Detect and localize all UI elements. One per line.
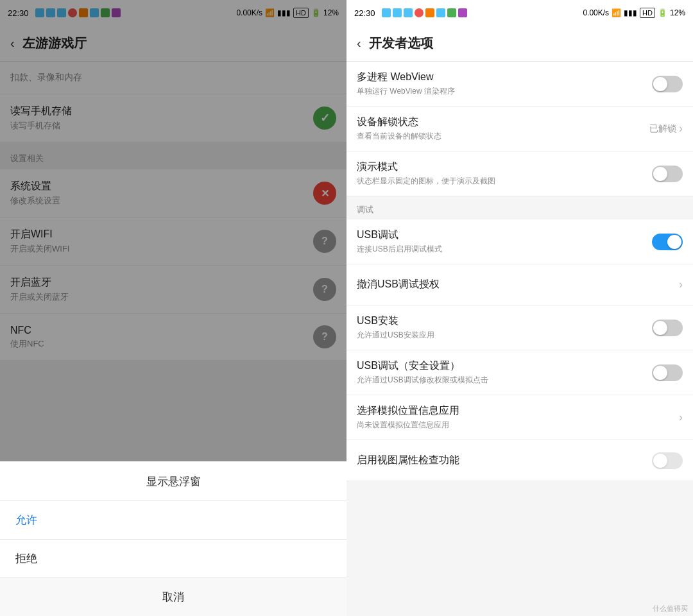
demo-title: 演示模式 xyxy=(357,160,644,174)
modal-option-deny[interactable]: 拒绝 xyxy=(0,540,346,578)
unlock-text: 设备解锁状态 查看当前设备的解锁状态 xyxy=(357,116,642,142)
usb-debug-toggle-thumb xyxy=(667,235,681,249)
item-usb-debug[interactable]: USB调试 连接USB后启用调试模式 xyxy=(346,219,693,264)
mock-loc-chevron: › xyxy=(679,411,683,424)
item-revoke-usb[interactable]: 撤消USB调试授权 › xyxy=(346,264,693,305)
right-status-right: 0.00K/s 📶 ▮▮▮ HD 🔋 12% xyxy=(583,8,685,18)
item-usb-debug-security[interactable]: USB调试（安全设置） 允许通过USB调试修改权限或模拟点击 xyxy=(346,350,693,395)
unlock-value: 已解锁 xyxy=(649,123,676,135)
usb-install-title: USB安装 xyxy=(357,314,644,328)
r-notif-3 xyxy=(404,8,413,17)
r-notif-8 xyxy=(458,8,467,17)
right-status-left: 22:30 xyxy=(354,8,467,18)
item-mock-location[interactable]: 选择模拟位置信息应用 尚未设置模拟位置信息应用 › xyxy=(346,395,693,440)
r-battery-icon: 🔋 xyxy=(658,8,667,17)
webview-toggle[interactable] xyxy=(652,76,683,92)
section-debug: 调试 xyxy=(346,196,693,219)
right-page-title: 开发者选项 xyxy=(369,35,433,52)
right-battery: 12% xyxy=(670,8,685,17)
usb-install-toggle-thumb xyxy=(653,321,667,335)
view-attr-title: 启用视图属性检查功能 xyxy=(357,454,644,467)
usb-install-toggle[interactable] xyxy=(652,320,683,336)
revoke-usb-title: 撤消USB调试授权 xyxy=(357,278,671,291)
watermark: 什么值得买 xyxy=(653,604,688,613)
item-demo[interactable]: 演示模式 状态栏显示固定的图标，便于演示及截图 xyxy=(346,151,693,196)
webview-subtitle: 单独运行 WebView 渲染程序 xyxy=(357,86,644,97)
unlock-title: 设备解锁状态 xyxy=(357,116,642,129)
unlock-chevron: › xyxy=(679,122,683,135)
r-notif-4 xyxy=(415,8,424,17)
modal-overlay: 显示悬浮窗 允许 拒绝 取消 xyxy=(0,0,346,616)
allow-label: 允许 xyxy=(15,514,37,526)
usb-debug-sec-subtitle: 允许通过USB调试修改权限或模拟点击 xyxy=(357,375,644,386)
view-attr-toggle-thumb xyxy=(653,454,667,468)
r-notif-1 xyxy=(382,8,391,17)
right-settings-list: 多进程 WebView 单独运行 WebView 渲染程序 设备解锁状态 查看当… xyxy=(346,62,693,616)
usb-debug-sec-toggle[interactable] xyxy=(652,364,683,381)
r-hd-badge: HD xyxy=(640,8,655,18)
demo-toggle-thumb xyxy=(653,167,667,181)
usb-install-text: USB安装 允许通过USB安装应用 xyxy=(357,314,644,341)
deny-label: 拒绝 xyxy=(15,552,37,565)
webview-title: 多进程 WebView xyxy=(357,71,644,84)
usb-debug-text: USB调试 连接USB后启用调试模式 xyxy=(357,228,644,255)
mock-loc-title: 选择模拟位置信息应用 xyxy=(357,404,671,418)
view-attr-toggle[interactable] xyxy=(652,452,683,469)
modal-option-allow[interactable]: 允许 xyxy=(0,501,346,540)
revoke-usb-text: 撤消USB调试授权 xyxy=(357,278,671,291)
usb-debug-sec-thumb xyxy=(653,366,667,380)
item-unlock[interactable]: 设备解锁状态 查看当前设备的解锁状态 已解锁 › xyxy=(346,107,693,151)
r-notif-5 xyxy=(425,8,434,17)
r-wifi-icon: 📶 xyxy=(612,8,621,17)
modal-title: 显示悬浮窗 xyxy=(0,461,346,501)
right-toolbar: ‹ 开发者选项 xyxy=(346,26,693,62)
usb-debug-toggle[interactable] xyxy=(652,234,683,250)
right-panel: 22:30 0.00K/s 📶 ▮▮▮ HD 🔋 12% ‹ 开发者选项 xyxy=(346,0,693,616)
webview-toggle-thumb xyxy=(653,77,667,91)
demo-subtitle: 状态栏显示固定的图标，便于演示及截图 xyxy=(357,176,644,187)
revoke-usb-chevron: › xyxy=(679,278,683,291)
view-attr-text: 启用视图属性检查功能 xyxy=(357,454,644,467)
mock-loc-subtitle: 尚未设置模拟位置信息应用 xyxy=(357,420,671,431)
r-signal-icon: ▮▮▮ xyxy=(624,8,637,17)
usb-debug-title: USB调试 xyxy=(357,228,644,242)
item-webview[interactable]: 多进程 WebView 单独运行 WebView 渲染程序 xyxy=(346,62,693,107)
mock-loc-text: 选择模拟位置信息应用 尚未设置模拟位置信息应用 xyxy=(357,404,671,431)
r-notif-2 xyxy=(393,8,402,17)
right-network-speed: 0.00K/s xyxy=(583,8,609,17)
item-view-attr[interactable]: 启用视图属性检查功能 xyxy=(346,440,693,481)
usb-debug-sec-text: USB调试（安全设置） 允许通过USB调试修改权限或模拟点击 xyxy=(357,359,644,386)
usb-install-subtitle: 允许通过USB安装应用 xyxy=(357,330,644,341)
right-status-bar: 22:30 0.00K/s 📶 ▮▮▮ HD 🔋 12% xyxy=(346,0,693,26)
webview-text: 多进程 WebView 单独运行 WebView 渲染程序 xyxy=(357,71,644,97)
demo-toggle[interactable] xyxy=(652,166,683,182)
left-panel: 22:30 0.00K/s 📶 ▮▮▮ HD 🔋 12% ‹ 左游游戏厅 xyxy=(0,0,346,616)
modal-cancel-button[interactable]: 取消 xyxy=(0,578,346,616)
modal-sheet: 显示悬浮窗 允许 拒绝 取消 xyxy=(0,461,346,616)
r-notif-6 xyxy=(436,8,445,17)
usb-debug-sec-title: USB调试（安全设置） xyxy=(357,359,644,373)
unlock-subtitle: 查看当前设备的解锁状态 xyxy=(357,131,642,142)
item-usb-install[interactable]: USB安装 允许通过USB安装应用 xyxy=(346,305,693,350)
right-back-button[interactable]: ‹ xyxy=(357,36,361,51)
right-notif-icons xyxy=(382,8,467,17)
r-notif-7 xyxy=(447,8,456,17)
demo-text: 演示模式 状态栏显示固定的图标，便于演示及截图 xyxy=(357,160,644,187)
right-time: 22:30 xyxy=(354,8,375,18)
usb-debug-subtitle: 连接USB后启用调试模式 xyxy=(357,244,644,255)
